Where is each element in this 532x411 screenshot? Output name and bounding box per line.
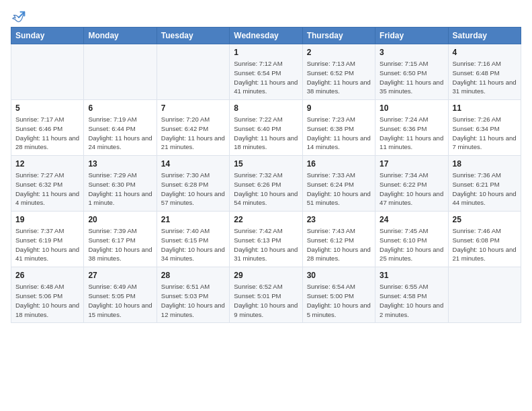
calendar-cell: 9Sunrise: 7:23 AM Sunset: 6:38 PM Daylig…	[302, 100, 375, 156]
day-number: 17	[380, 159, 443, 169]
calendar-cell: 13Sunrise: 7:29 AM Sunset: 6:30 PM Dayli…	[84, 156, 157, 212]
day-number: 31	[380, 271, 443, 280]
calendar-cell	[157, 44, 229, 100]
calendar-cell	[448, 267, 521, 323]
day-number: 6	[88, 103, 152, 113]
page-header	[11, 11, 521, 21]
day-number: 9	[307, 103, 371, 113]
calendar-cell: 18Sunrise: 7:36 AM Sunset: 6:21 PM Dayli…	[448, 156, 521, 212]
calendar-cell: 6Sunrise: 7:19 AM Sunset: 6:44 PM Daylig…	[84, 100, 157, 156]
calendar-cell: 14Sunrise: 7:30 AM Sunset: 6:28 PM Dayli…	[157, 156, 229, 212]
day-info: Sunrise: 7:17 AM Sunset: 6:46 PM Dayligh…	[15, 115, 79, 152]
day-number: 30	[307, 271, 371, 280]
day-number: 15	[234, 159, 298, 169]
calendar-cell: 30Sunrise: 6:54 AM Sunset: 5:00 PM Dayli…	[302, 267, 375, 323]
day-number: 12	[15, 159, 79, 169]
day-info: Sunrise: 7:46 AM Sunset: 6:08 PM Dayligh…	[453, 226, 517, 263]
day-info: Sunrise: 7:23 AM Sunset: 6:38 PM Dayligh…	[307, 115, 371, 152]
day-info: Sunrise: 7:19 AM Sunset: 6:44 PM Dayligh…	[88, 115, 152, 152]
week-row-2: 5Sunrise: 7:17 AM Sunset: 6:46 PM Daylig…	[11, 100, 521, 156]
day-number: 25	[453, 215, 517, 224]
calendar-cell: 5Sunrise: 7:17 AM Sunset: 6:46 PM Daylig…	[11, 100, 84, 156]
day-number: 4	[453, 48, 517, 57]
day-info: Sunrise: 7:45 AM Sunset: 6:10 PM Dayligh…	[380, 226, 443, 263]
calendar-cell: 16Sunrise: 7:33 AM Sunset: 6:24 PM Dayli…	[302, 156, 375, 212]
calendar-cell	[84, 44, 157, 100]
day-info: Sunrise: 7:32 AM Sunset: 6:26 PM Dayligh…	[234, 171, 298, 208]
calendar-cell: 20Sunrise: 7:39 AM Sunset: 6:17 PM Dayli…	[84, 212, 157, 267]
day-number: 18	[453, 159, 517, 169]
header-friday: Friday	[375, 28, 448, 44]
day-number: 19	[15, 215, 79, 224]
calendar-cell: 22Sunrise: 7:42 AM Sunset: 6:13 PM Dayli…	[230, 212, 302, 267]
day-number: 20	[88, 215, 152, 224]
day-number: 24	[380, 215, 443, 224]
calendar-cell: 3Sunrise: 7:15 AM Sunset: 6:50 PM Daylig…	[375, 44, 448, 100]
calendar-cell: 15Sunrise: 7:32 AM Sunset: 6:26 PM Dayli…	[230, 156, 302, 212]
day-number: 2	[307, 48, 371, 57]
calendar-cell: 7Sunrise: 7:20 AM Sunset: 6:42 PM Daylig…	[157, 100, 229, 156]
calendar-cell: 8Sunrise: 7:22 AM Sunset: 6:40 PM Daylig…	[230, 100, 302, 156]
calendar-cell: 23Sunrise: 7:43 AM Sunset: 6:12 PM Dayli…	[302, 212, 375, 267]
day-number: 16	[307, 159, 371, 169]
day-info: Sunrise: 6:49 AM Sunset: 5:05 PM Dayligh…	[88, 282, 152, 319]
day-number: 26	[15, 271, 79, 280]
header-sunday: Sunday	[11, 28, 84, 44]
day-info: Sunrise: 7:27 AM Sunset: 6:32 PM Dayligh…	[15, 171, 79, 208]
day-number: 21	[161, 215, 225, 224]
day-info: Sunrise: 7:30 AM Sunset: 6:28 PM Dayligh…	[161, 171, 225, 208]
day-number: 22	[234, 215, 298, 224]
week-row-3: 12Sunrise: 7:27 AM Sunset: 6:32 PM Dayli…	[11, 156, 521, 212]
day-info: Sunrise: 7:33 AM Sunset: 6:24 PM Dayligh…	[307, 171, 371, 208]
calendar-cell: 11Sunrise: 7:26 AM Sunset: 6:34 PM Dayli…	[448, 100, 521, 156]
calendar-cell	[11, 44, 84, 100]
calendar-cell: 10Sunrise: 7:24 AM Sunset: 6:36 PM Dayli…	[375, 100, 448, 156]
day-info: Sunrise: 7:39 AM Sunset: 6:17 PM Dayligh…	[88, 226, 152, 263]
day-info: Sunrise: 7:34 AM Sunset: 6:22 PM Dayligh…	[380, 171, 443, 208]
day-number: 5	[15, 103, 79, 113]
day-info: Sunrise: 7:37 AM Sunset: 6:19 PM Dayligh…	[15, 226, 79, 263]
header-thursday: Thursday	[302, 28, 375, 44]
week-row-5: 26Sunrise: 6:48 AM Sunset: 5:06 PM Dayli…	[11, 267, 521, 323]
header-wednesday: Wednesday	[230, 28, 302, 44]
day-info: Sunrise: 7:16 AM Sunset: 6:48 PM Dayligh…	[453, 59, 517, 96]
header-tuesday: Tuesday	[157, 28, 229, 44]
calendar-cell: 31Sunrise: 6:55 AM Sunset: 4:58 PM Dayli…	[375, 267, 448, 323]
day-number: 10	[380, 103, 443, 113]
logo-bird-icon	[12, 11, 26, 24]
calendar-table: Sunday Monday Tuesday Wednesday Thursday…	[11, 27, 521, 323]
day-info: Sunrise: 6:54 AM Sunset: 5:00 PM Dayligh…	[307, 282, 371, 319]
calendar-cell: 26Sunrise: 6:48 AM Sunset: 5:06 PM Dayli…	[11, 267, 84, 323]
day-info: Sunrise: 6:52 AM Sunset: 5:01 PM Dayligh…	[234, 282, 298, 319]
day-number: 3	[380, 48, 443, 57]
day-info: Sunrise: 7:13 AM Sunset: 6:52 PM Dayligh…	[307, 59, 371, 96]
week-row-4: 19Sunrise: 7:37 AM Sunset: 6:19 PM Dayli…	[11, 212, 521, 267]
calendar-cell: 1Sunrise: 7:12 AM Sunset: 6:54 PM Daylig…	[230, 44, 302, 100]
calendar-cell: 24Sunrise: 7:45 AM Sunset: 6:10 PM Dayli…	[375, 212, 448, 267]
day-number: 8	[234, 103, 298, 113]
day-number: 23	[307, 215, 371, 224]
logo	[11, 11, 26, 21]
day-number: 1	[234, 48, 298, 57]
day-info: Sunrise: 7:29 AM Sunset: 6:30 PM Dayligh…	[88, 171, 152, 208]
day-info: Sunrise: 7:36 AM Sunset: 6:21 PM Dayligh…	[453, 171, 517, 208]
day-number: 29	[234, 271, 298, 280]
day-info: Sunrise: 6:51 AM Sunset: 5:03 PM Dayligh…	[161, 282, 225, 319]
calendar-cell: 2Sunrise: 7:13 AM Sunset: 6:52 PM Daylig…	[302, 44, 375, 100]
day-info: Sunrise: 7:26 AM Sunset: 6:34 PM Dayligh…	[453, 115, 517, 152]
header-row: Sunday Monday Tuesday Wednesday Thursday…	[11, 28, 521, 44]
day-info: Sunrise: 6:48 AM Sunset: 5:06 PM Dayligh…	[15, 282, 79, 319]
day-number: 28	[161, 271, 225, 280]
day-info: Sunrise: 7:12 AM Sunset: 6:54 PM Dayligh…	[234, 59, 298, 96]
calendar-cell: 29Sunrise: 6:52 AM Sunset: 5:01 PM Dayli…	[230, 267, 302, 323]
calendar-cell: 17Sunrise: 7:34 AM Sunset: 6:22 PM Dayli…	[375, 156, 448, 212]
header-saturday: Saturday	[448, 28, 521, 44]
day-number: 14	[161, 159, 225, 169]
calendar-cell: 28Sunrise: 6:51 AM Sunset: 5:03 PM Dayli…	[157, 267, 229, 323]
day-info: Sunrise: 7:40 AM Sunset: 6:15 PM Dayligh…	[161, 226, 225, 263]
calendar-cell: 25Sunrise: 7:46 AM Sunset: 6:08 PM Dayli…	[448, 212, 521, 267]
day-number: 7	[161, 103, 225, 113]
day-number: 13	[88, 159, 152, 169]
day-number: 11	[453, 103, 517, 113]
calendar-cell: 12Sunrise: 7:27 AM Sunset: 6:32 PM Dayli…	[11, 156, 84, 212]
